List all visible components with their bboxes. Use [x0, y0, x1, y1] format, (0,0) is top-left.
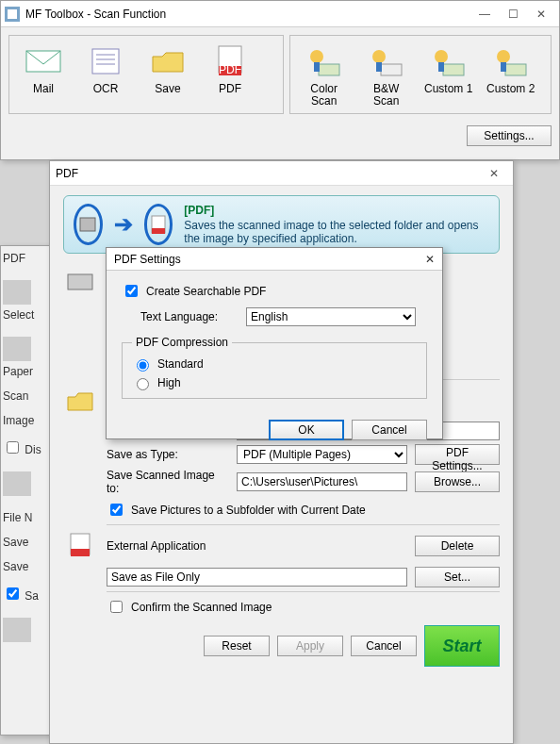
- mf-toolbox-window: MF Toolbox - Scan Function — ☐ ✕ Mail OC…: [0, 0, 560, 160]
- scanner-circle-icon: [74, 204, 103, 245]
- svg-rect-26: [68, 274, 92, 289]
- toolbox-settings-button[interactable]: Settings...: [467, 125, 552, 146]
- svg-rect-1: [8, 9, 17, 19]
- tool-label: B&W Scan: [373, 83, 399, 107]
- arrow-icon: ➔: [114, 211, 133, 238]
- pdf-settings-dialog: PDF Settings ✕ Create Searchable PDF Tex…: [106, 247, 443, 439]
- maximize-button[interactable]: ☐: [499, 4, 527, 25]
- searchable-pdf-checkbox[interactable]: [125, 285, 138, 297]
- banner-description: Saves the scanned image to the selected …: [184, 219, 489, 245]
- bw-scan-icon: [364, 43, 409, 79]
- scanner-icon: [63, 265, 97, 299]
- delete-button[interactable]: Delete: [415, 536, 500, 556]
- svg-rect-13: [314, 62, 320, 72]
- custom-scans-group: Color Scan B&W Scan Custom 1 Custom 2: [289, 35, 552, 114]
- ext-app-label: External Application: [107, 539, 405, 553]
- window-title: MF Toolbox - Scan Function: [20, 8, 470, 21]
- svg-rect-11: [319, 64, 339, 75]
- ok-button[interactable]: OK: [269, 420, 344, 440]
- compression-fieldset: PDF Compression Standard High: [122, 336, 427, 399]
- svg-rect-17: [443, 64, 464, 75]
- browse-button[interactable]: Browse...: [415, 471, 500, 492]
- tool-ocr[interactable]: OCR: [75, 41, 136, 109]
- ocr-icon: [83, 43, 128, 79]
- reset-button[interactable]: Reset: [204, 636, 270, 656]
- tool-pdf[interactable]: PDF PDF: [200, 41, 260, 109]
- cancel-button[interactable]: Cancel: [351, 636, 417, 656]
- text-language-label: Text Language:: [140, 310, 235, 323]
- svg-rect-16: [376, 62, 382, 72]
- tool-label: Color Scan: [310, 83, 338, 107]
- subfolder-label: Save Pictures to a Subfolder with Curren…: [131, 504, 366, 517]
- tool-custom2[interactable]: Custom 2: [481, 41, 541, 109]
- pdf-icon: [3, 618, 31, 642]
- app-icon: [5, 7, 20, 22]
- svg-text:PDF: PDF: [219, 63, 241, 76]
- save-type-label: Save as Type:: [107, 448, 229, 461]
- titlebar: MF Toolbox - Scan Function — ☐ ✕: [1, 1, 559, 27]
- folder-save-icon: [145, 43, 190, 79]
- compression-standard-radio[interactable]: [137, 359, 149, 372]
- svg-point-15: [372, 50, 386, 63]
- color-scan-icon: [302, 43, 347, 79]
- svg-point-12: [310, 50, 323, 63]
- compression-high-radio[interactable]: [137, 378, 149, 390]
- compression-legend: PDF Compression: [132, 336, 232, 349]
- save-to-label: Save Scanned Image to:: [107, 469, 229, 495]
- apply-button[interactable]: Apply: [277, 636, 343, 656]
- tool-custom1[interactable]: Custom 1: [419, 41, 479, 109]
- close-button[interactable]: ✕: [481, 167, 507, 180]
- start-button[interactable]: Start: [424, 625, 500, 667]
- save-to-input[interactable]: [237, 472, 407, 491]
- svg-rect-2: [26, 51, 60, 72]
- scanner-icon: [3, 280, 31, 305]
- set-button[interactable]: Set...: [415, 567, 500, 587]
- tool-mail[interactable]: Mail: [13, 41, 74, 109]
- svg-rect-23: [80, 218, 95, 231]
- dialog-titlebar: PDF Settings ✕: [107, 248, 442, 271]
- svg-rect-3: [92, 49, 119, 74]
- compression-standard-label: Standard: [157, 357, 204, 371]
- svg-rect-22: [501, 62, 506, 72]
- tool-color-scan[interactable]: Color Scan: [294, 41, 354, 109]
- bg-title: PDF: [1, 246, 56, 271]
- tool-save[interactable]: Save: [138, 41, 198, 109]
- svg-rect-19: [438, 62, 444, 72]
- dialog-title: PDF Settings: [114, 253, 425, 266]
- cancel-button[interactable]: Cancel: [352, 420, 427, 440]
- scan-modes-group: Mail OCR Save PDF PDF: [8, 35, 284, 114]
- custom2-icon: [488, 43, 534, 79]
- searchable-pdf-label: Create Searchable PDF: [146, 285, 266, 298]
- confirm-image-checkbox[interactable]: [110, 601, 123, 613]
- bg-checkbox[interactable]: [7, 441, 19, 454]
- close-button[interactable]: ✕: [527, 4, 555, 25]
- ext-app-input[interactable]: [107, 568, 407, 587]
- pdf-titlebar: PDF ✕: [50, 161, 513, 186]
- pdf-settings-button[interactable]: PDF Settings...: [415, 444, 500, 465]
- svg-point-18: [435, 50, 448, 63]
- svg-marker-27: [68, 393, 92, 410]
- text-language-select[interactable]: English: [246, 307, 416, 326]
- save-type-select[interactable]: PDF (Multiple Pages): [237, 445, 407, 464]
- svg-rect-29: [71, 549, 90, 556]
- pdf-circle-icon: [144, 204, 173, 245]
- pdf-window-title: PDF: [56, 167, 481, 180]
- svg-point-21: [497, 50, 510, 63]
- mail-icon: [21, 43, 66, 79]
- svg-rect-20: [505, 64, 526, 75]
- bg-checkbox[interactable]: [7, 587, 19, 600]
- background-pdf-window-fragment: PDF Select Paper Scan Image Dis File N S…: [0, 245, 57, 736]
- tool-bw-scan[interactable]: B&W Scan: [356, 41, 417, 109]
- pdf-banner: ➔ [PDF] Saves the scanned image to the s…: [63, 195, 500, 254]
- folder-icon: [3, 471, 31, 496]
- minimize-button[interactable]: —: [470, 4, 499, 25]
- close-button[interactable]: ✕: [425, 253, 435, 266]
- scanner-icon: [3, 337, 31, 361]
- subfolder-checkbox[interactable]: [110, 504, 123, 516]
- pdf-app-icon: [63, 529, 97, 563]
- pdf-icon: PDF: [207, 43, 253, 79]
- folder-icon: [63, 384, 97, 418]
- compression-high-label: High: [157, 376, 181, 389]
- banner-title: [PDF]: [184, 204, 489, 217]
- svg-rect-14: [381, 64, 402, 75]
